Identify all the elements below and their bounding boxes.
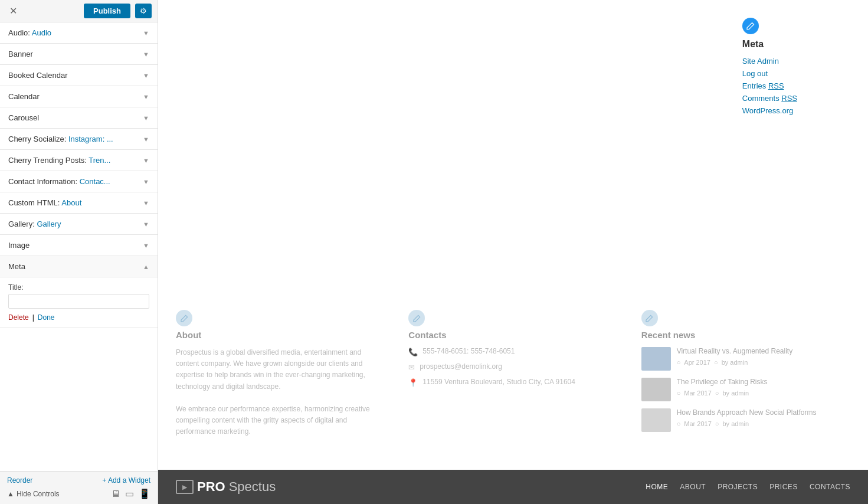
news-meta-2: ○ Mar 2017 ○ by admin bbox=[677, 390, 850, 397]
widget-label-custom-html: Custom HTML: About bbox=[8, 198, 81, 207]
chevron-down-icon: ▼ bbox=[143, 93, 149, 100]
news-author-icon: ○ bbox=[715, 390, 719, 397]
widget-item-booked-calendar[interactable]: Booked Calendar ▼ bbox=[0, 65, 158, 86]
footer-nav: HOME ABOUT PROJECTS PRICES CONTACTS bbox=[646, 483, 850, 491]
news-info-3: How Brands Approach New Social Platforms… bbox=[677, 408, 850, 427]
title-field-label: Title: bbox=[8, 283, 149, 292]
news-author-1: by admin bbox=[722, 359, 748, 366]
chevron-down-icon: ▼ bbox=[143, 30, 149, 37]
view-icons: 🖥 ▭ 📱 bbox=[111, 488, 150, 499]
widget-item-cherry-socialize[interactable]: Cherry Socialize: Instagram: ... ▼ bbox=[0, 129, 158, 150]
news-date-icon: ○ bbox=[677, 359, 681, 366]
footer-col-news: Recent news Virtual Reality vs. Augmente… bbox=[641, 310, 850, 439]
news-title-3: How Brands Approach New Social Platforms bbox=[677, 408, 850, 418]
meta-widget-content: Title: Delete | Done bbox=[0, 277, 158, 328]
about-edit-icon[interactable] bbox=[176, 310, 192, 326]
news-item-1: Virtual Reality vs. Augmented Reality ○ … bbox=[641, 347, 850, 371]
news-author-icon: ○ bbox=[715, 420, 719, 427]
logo-pro: PRO bbox=[197, 479, 225, 495]
mobile-view-button[interactable]: 📱 bbox=[139, 488, 150, 499]
desktop-view-button[interactable]: 🖥 bbox=[111, 488, 120, 499]
site-footer-bar: ▶ PROSpectus HOME ABOUT PROJECTS PRICES … bbox=[158, 470, 868, 504]
email-address: prospectus@demolink.org bbox=[420, 362, 502, 371]
news-date-3: Mar 2017 bbox=[684, 420, 711, 427]
meta-link-entries-rss[interactable]: Entries RSS bbox=[742, 81, 797, 90]
footer-nav-contacts[interactable]: CONTACTS bbox=[810, 483, 850, 491]
contact-phone: 📞 555-748-6051: 555-748-6051 bbox=[408, 347, 617, 356]
meta-link-wordpress[interactable]: WordPress.org bbox=[742, 106, 797, 115]
widget-item-banner[interactable]: Banner ▼ bbox=[0, 44, 158, 65]
news-title-1: Virtual Reality vs. Augmented Reality bbox=[677, 347, 850, 356]
footer-nav-home[interactable]: HOME bbox=[646, 483, 668, 491]
widget-label-contact-info: Contact Information: Contac... bbox=[8, 177, 110, 186]
hide-controls-row: ▲ Hide Controls 🖥 ▭ 📱 bbox=[7, 488, 150, 499]
news-item-3: How Brands Approach New Social Platforms… bbox=[641, 408, 850, 432]
footer-nav-projects[interactable]: PROJECTS bbox=[718, 483, 758, 491]
meta-link-site-admin[interactable]: Site Admin bbox=[742, 57, 797, 66]
about-col-text: Prospectus is a global diversified media… bbox=[176, 347, 385, 438]
footer-nav-prices[interactable]: PRICES bbox=[769, 483, 798, 491]
news-meta-1: ○ Apr 2017 ○ by admin bbox=[677, 359, 850, 366]
pencil-icon bbox=[646, 315, 653, 322]
main-content: Meta Site Admin Log out Entries RSS Comm… bbox=[158, 0, 868, 504]
delete-link[interactable]: Delete bbox=[8, 313, 29, 322]
pencil-icon bbox=[181, 315, 188, 322]
widget-item-gallery[interactable]: Gallery: Gallery ▼ bbox=[0, 214, 158, 235]
publish-button[interactable]: Publish bbox=[84, 4, 130, 18]
news-date-1: Apr 2017 bbox=[684, 359, 710, 366]
location-icon: 📍 bbox=[408, 378, 418, 387]
site-logo: ▶ PROSpectus bbox=[176, 479, 276, 495]
bottom-bar: Reorder + Add a Widget ▲ Hide Controls 🖥… bbox=[0, 471, 158, 504]
close-button[interactable]: ✕ bbox=[6, 4, 21, 18]
meta-link-comments-rss[interactable]: Comments RSS bbox=[742, 94, 797, 103]
widget-item-custom-html[interactable]: Custom HTML: About ▼ bbox=[0, 192, 158, 214]
widget-item-audio[interactable]: Audio: Audio ▼ bbox=[0, 22, 158, 44]
widget-item-calendar[interactable]: Calendar ▼ bbox=[0, 86, 158, 107]
meta-widget-title: Meta bbox=[742, 39, 797, 50]
widget-label-cherry-trending: Cherry Trending Posts: Tren... bbox=[8, 156, 110, 165]
triangle-icon: ▲ bbox=[7, 490, 14, 498]
news-edit-icon[interactable] bbox=[641, 310, 658, 326]
widget-item-meta[interactable]: Meta ▲ bbox=[0, 256, 158, 277]
footer-nav-about[interactable]: ABOUT bbox=[680, 483, 706, 491]
tablet-view-button[interactable]: ▭ bbox=[125, 488, 134, 499]
chevron-down-icon: ▼ bbox=[143, 51, 149, 58]
hide-controls-button[interactable]: ▲ Hide Controls bbox=[7, 490, 60, 498]
news-date-icon: ○ bbox=[677, 390, 681, 397]
news-item-2: The Privilege of Taking Risks ○ Mar 2017… bbox=[641, 378, 850, 401]
done-link[interactable]: Done bbox=[38, 313, 55, 322]
widget-item-contact-info[interactable]: Contact Information: Contac... ▼ bbox=[0, 171, 158, 192]
news-info-1: Virtual Reality vs. Augmented Reality ○ … bbox=[677, 347, 850, 366]
widget-label-cherry-socialize: Cherry Socialize: Instagram: ... bbox=[8, 135, 113, 143]
footer-col-about: About Prospectus is a global diversified… bbox=[176, 310, 385, 439]
meta-widget-preview: Meta Site Admin Log out Entries RSS Comm… bbox=[742, 18, 797, 115]
news-thumb-2 bbox=[641, 378, 671, 401]
chevron-down-icon: ▼ bbox=[143, 242, 149, 249]
add-widget-button[interactable]: + Add a Widget bbox=[102, 476, 150, 485]
contacts-col-title: Contacts bbox=[408, 330, 617, 340]
site-preview: Meta Site Admin Log out Entries RSS Comm… bbox=[158, 0, 868, 504]
pencil-icon bbox=[413, 315, 421, 322]
logo-icon: ▶ bbox=[176, 480, 194, 494]
email-icon: ✉ bbox=[408, 363, 415, 372]
hide-controls-label: Hide Controls bbox=[17, 490, 60, 498]
widget-item-cherry-trending[interactable]: Cherry Trending Posts: Tren... ▼ bbox=[0, 150, 158, 171]
news-author-2: by admin bbox=[722, 390, 749, 397]
phone-icon: 📞 bbox=[408, 348, 418, 356]
title-input[interactable] bbox=[8, 294, 149, 309]
reorder-button[interactable]: Reorder bbox=[7, 476, 32, 485]
settings-button[interactable]: ⚙ bbox=[135, 4, 152, 18]
widget-label-carousel: Carousel bbox=[8, 113, 39, 122]
widget-item-carousel[interactable]: Carousel ▼ bbox=[0, 107, 158, 129]
contact-email: ✉ prospectus@demolink.org bbox=[408, 362, 617, 372]
news-thumb-1 bbox=[641, 347, 671, 371]
chevron-down-icon: ▼ bbox=[143, 221, 149, 228]
news-info-2: The Privilege of Taking Risks ○ Mar 2017… bbox=[677, 378, 850, 397]
contacts-edit-icon[interactable] bbox=[408, 310, 425, 326]
chevron-down-icon: ▼ bbox=[143, 114, 149, 122]
meta-link-log-out[interactable]: Log out bbox=[742, 69, 797, 78]
contact-address: 📍 11559 Ventura Boulevard, Studio City, … bbox=[408, 378, 617, 387]
widget-item-image[interactable]: Image ▼ bbox=[0, 235, 158, 256]
meta-edit-icon[interactable] bbox=[742, 18, 759, 34]
chevron-down-icon: ▼ bbox=[143, 157, 149, 164]
